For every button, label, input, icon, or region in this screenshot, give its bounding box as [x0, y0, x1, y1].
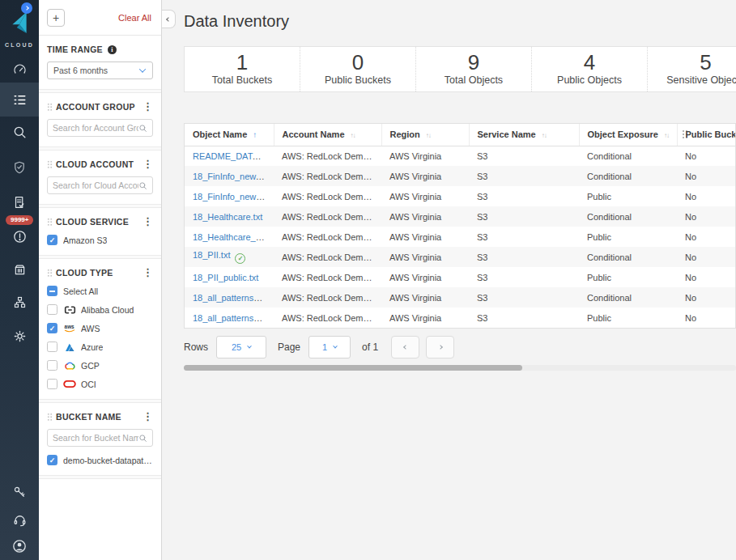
kebab-menu-icon[interactable] [143, 160, 153, 168]
checkbox-checked[interactable] [47, 235, 57, 245]
object-link[interactable]: 18_all_patterns_test.txt [193, 293, 274, 303]
rows-label: Rows [184, 342, 208, 353]
public-bucket-cell: No [677, 166, 736, 186]
list-icon [12, 92, 28, 108]
sidebar-item-data-inventory[interactable] [0, 253, 39, 286]
account-cell: AWS: RedLock Demo Acc... [274, 166, 381, 186]
public-bucket-cell: No [677, 186, 736, 206]
checkbox-checked[interactable] [47, 455, 57, 465]
sidebar-item-network[interactable] [0, 286, 39, 318]
bucket-name-search-input[interactable] [53, 433, 138, 443]
column-header-service-name[interactable]: Service Name [469, 124, 579, 146]
checkbox-unchecked[interactable] [47, 379, 57, 389]
cloud-type-option-alibaba[interactable]: Alibaba Cloud [47, 304, 153, 315]
page-count-label: of 1 [362, 342, 378, 353]
sidebar-item-dashboard[interactable] [0, 53, 39, 86]
cloud-type-option-azure[interactable]: Azure [47, 342, 153, 352]
cloud-account-search-input[interactable] [53, 180, 138, 190]
service-cell: S3 [469, 247, 579, 267]
horizontal-scrollbar[interactable] [184, 365, 736, 371]
service-cell: S3 [469, 227, 579, 247]
checkbox-checked[interactable] [47, 323, 57, 333]
kebab-menu-icon[interactable] [143, 218, 153, 226]
cloud-type-title: CLOUD TYPE [56, 268, 113, 278]
column-header-object-name[interactable]: Object Name [185, 124, 274, 146]
cloud-type-option-gcp[interactable]: GCP [47, 360, 153, 371]
scrollbar-thumb[interactable] [184, 365, 522, 371]
public-bucket-cell: No [677, 267, 736, 287]
object-link[interactable]: README_DATAPATTER... [193, 151, 274, 161]
add-filter-button[interactable]: + [47, 9, 65, 27]
drag-handle-icon[interactable] [47, 103, 53, 111]
sidebar-item-settings[interactable] [0, 320, 39, 352]
public-bucket-cell: No [677, 247, 736, 267]
cloud-type-option-select-all[interactable]: Select All [47, 286, 153, 296]
column-header-public-bucket[interactable]: Public Bucket [677, 124, 736, 146]
kebab-menu-icon[interactable] [143, 413, 153, 421]
object-link[interactable]: 18_FinInfo_new.txt [193, 172, 267, 181]
account-group-title: ACCOUNT GROUP [56, 102, 135, 112]
rows-per-page-select[interactable]: 25 [216, 336, 266, 358]
object-link[interactable]: 18_PII.txt [193, 250, 230, 260]
sort-icon[interactable] [664, 132, 669, 139]
bucket-name-option-demo-bucket[interactable]: demo-bucket-datapattern-f... [47, 455, 153, 465]
next-page-button[interactable] [426, 336, 454, 358]
column-header-account-name[interactable]: Account Name [274, 124, 381, 146]
clear-all-filters-link[interactable]: Clear All [118, 13, 151, 23]
archive-box-icon [12, 262, 28, 278]
column-label: Object Exposure [588, 129, 658, 139]
collapse-filter-panel-button[interactable] [162, 10, 176, 28]
prisma-cloud-logo[interactable] [0, 11, 39, 34]
page-label: Page [278, 342, 300, 353]
gcp-icon [63, 361, 76, 371]
sort-asc-icon[interactable] [253, 130, 257, 139]
cloud-type-option-aws[interactable]: aws AWS [47, 323, 153, 333]
stat-label: Total Objects [416, 74, 531, 86]
sort-icon[interactable] [542, 132, 547, 139]
chevron-right-icon [438, 345, 443, 350]
object-link[interactable]: 18_all_patterns_test_publ... [193, 313, 274, 323]
checkbox-indeterminate[interactable] [47, 286, 57, 296]
sidebar-item-alerts[interactable] [0, 223, 39, 249]
sort-icon[interactable] [426, 132, 431, 139]
object-link[interactable]: 18_Healthcare_public.txt [193, 232, 274, 242]
sidebar-item-compliance[interactable] [0, 151, 39, 184]
public-bucket-cell: No [677, 206, 736, 227]
stat-public-buckets[interactable]: 0 Public Buckets [300, 47, 416, 91]
checkbox-unchecked[interactable] [47, 304, 57, 315]
cloud-account-search[interactable] [47, 176, 153, 194]
info-icon[interactable] [108, 45, 117, 54]
kebab-menu-icon[interactable] [143, 103, 153, 111]
previous-page-button[interactable] [391, 336, 419, 358]
drag-handle-icon[interactable] [47, 160, 53, 168]
drag-handle-icon[interactable] [47, 269, 53, 277]
checkbox-unchecked[interactable] [47, 342, 57, 352]
kebab-menu-icon[interactable] [143, 269, 153, 277]
object-link[interactable]: 18_PII_public.txt [193, 273, 258, 282]
time-range-select[interactable]: Past 6 months [47, 62, 153, 79]
stat-public-objects[interactable]: 4 Public Objects [532, 47, 648, 91]
sidebar-expand-button[interactable] [21, 2, 32, 14]
cloud-type-option-oci[interactable]: OCI [47, 379, 153, 389]
object-link[interactable]: 18_FinInfo_new_public.txt [193, 192, 274, 202]
stat-total-objects[interactable]: 9 Total Objects [416, 47, 532, 91]
column-header-region[interactable]: Region [381, 124, 469, 146]
sidebar-item-policies[interactable] [0, 186, 39, 218]
sort-icon[interactable] [351, 132, 355, 139]
object-link[interactable]: 18_Healthcare.txt [193, 212, 262, 222]
column-header-object-exposure[interactable]: Object Exposure [579, 124, 677, 146]
account-group-search[interactable] [47, 119, 153, 137]
checkbox-unchecked[interactable] [47, 360, 57, 371]
stat-total-buckets[interactable]: 1 Total Buckets [185, 47, 300, 91]
stat-sensitive-objects[interactable]: 5 Sensitive Objects [648, 47, 736, 91]
cloud-service-option-amazon-s3[interactable]: Amazon S3 [47, 235, 153, 245]
drag-handle-icon[interactable] [47, 218, 53, 226]
sidebar-item-search[interactable] [0, 116, 39, 148]
bucket-name-search[interactable] [47, 429, 153, 447]
account-group-search-input[interactable] [53, 123, 138, 133]
page-number-select[interactable]: 1 [308, 336, 351, 358]
sidebar-item-inventory[interactable] [0, 83, 39, 117]
drag-handle-icon[interactable] [47, 413, 53, 421]
option-label: AWS [81, 324, 100, 333]
sidebar-item-profile[interactable] [0, 530, 39, 560]
